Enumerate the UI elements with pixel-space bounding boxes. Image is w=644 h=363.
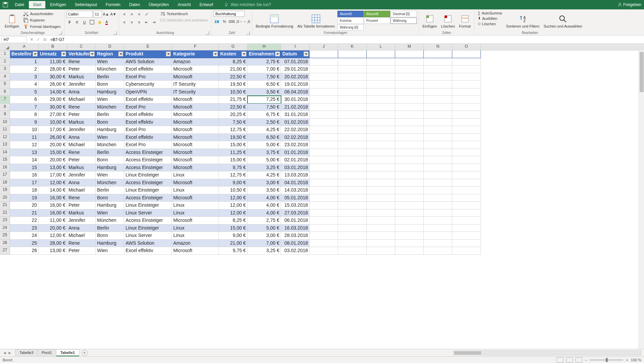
cell[interactable]: Berlin (96, 225, 124, 232)
cell[interactable] (424, 58, 452, 66)
table-header-datum[interactable]: Datum (281, 50, 310, 58)
row-header-12[interactable]: 12 (0, 134, 10, 142)
cell[interactable]: 3,00 € (247, 232, 281, 240)
cell[interactable]: 16 (10, 171, 39, 179)
cell[interactable]: Excel effektiv (124, 119, 172, 126)
row-header-1[interactable]: 1 (0, 50, 10, 58)
cell[interactable] (452, 141, 481, 149)
cell[interactable] (310, 58, 338, 66)
cell[interactable]: Hamburg (96, 202, 124, 209)
cell[interactable] (367, 225, 395, 232)
cell[interactable] (310, 126, 338, 134)
cell[interactable]: Linux Einsteiger (124, 202, 172, 209)
cell[interactable] (367, 240, 395, 247)
cell[interactable]: Berlin (96, 73, 124, 81)
cell[interactable]: 14.03.2018 (281, 187, 310, 194)
cell[interactable]: Access Einsteiger (124, 194, 172, 202)
filter-button[interactable] (275, 51, 280, 56)
cell[interactable]: 4,00 € (247, 194, 281, 202)
cell[interactable] (310, 217, 338, 225)
row-header-11[interactable]: 11 (0, 126, 10, 134)
cell[interactable]: 05.01.2018 (281, 194, 310, 202)
cell[interactable]: Wien (96, 134, 124, 142)
cell[interactable]: München (96, 217, 124, 225)
font-size-select[interactable] (93, 11, 102, 17)
cell[interactable]: 15,00 € (219, 225, 247, 232)
cell[interactable] (452, 202, 481, 209)
column-header-H[interactable]: H (247, 44, 281, 50)
cell[interactable]: Anna (67, 225, 96, 232)
cell[interactable] (395, 187, 424, 194)
cell[interactable] (310, 247, 338, 255)
cell[interactable] (452, 225, 481, 232)
cell[interactable]: 20,00 € (39, 156, 67, 164)
row-header-14[interactable]: 14 (0, 149, 10, 157)
cell[interactable]: 17,00 € (39, 171, 67, 179)
cell[interactable]: 17,00 € (39, 126, 67, 134)
cell[interactable]: Microsoft (172, 73, 219, 81)
style-akzent5[interactable]: Akzent5 (337, 11, 364, 17)
cell[interactable]: Excel Pro (124, 73, 172, 81)
cell[interactable] (338, 179, 367, 187)
insert-function-button[interactable]: fx (42, 36, 48, 43)
cell[interactable]: Wien (96, 96, 124, 104)
cell[interactable] (338, 240, 367, 247)
cell[interactable]: Linux (172, 202, 219, 209)
cell[interactable]: 26,00 € (39, 134, 67, 142)
cell[interactable] (395, 232, 424, 240)
cell[interactable]: 5,00 € (247, 156, 281, 164)
cell[interactable] (310, 232, 338, 240)
cell[interactable] (338, 104, 367, 111)
fill-color-button[interactable] (96, 19, 103, 26)
cell[interactable] (395, 111, 424, 119)
table-header-einnahmen[interactable]: Einnahmen (247, 50, 281, 58)
vertical-scrollbar[interactable] (639, 51, 644, 349)
ribbon-tab-entwurf[interactable]: Entwurf (195, 1, 217, 8)
cell[interactable]: 10,50 € (219, 88, 247, 96)
cell[interactable]: 1 (10, 58, 39, 66)
paste-button[interactable]: Einfügen (3, 11, 20, 31)
cell[interactable] (452, 240, 481, 247)
tell-me-search[interactable]: Was möchten Sie tun? (224, 2, 271, 7)
cell[interactable]: Linux Einsteiger (124, 187, 172, 194)
cell[interactable] (338, 194, 367, 202)
select-all-corner[interactable] (0, 44, 10, 50)
row-header-13[interactable]: 13 (0, 141, 10, 149)
conditional-formatting-button[interactable]: Bedingte Formatierung (254, 11, 294, 31)
cell[interactable]: Linux Einsteiger (124, 225, 172, 232)
formula-input[interactable] (48, 37, 644, 43)
cell[interactable] (395, 171, 424, 179)
cell[interactable]: 15,00 € (219, 156, 247, 164)
row-header-16[interactable]: 16 (0, 164, 10, 172)
cell[interactable]: 01.02.2018 (281, 119, 310, 126)
cell[interactable]: 12,00 € (219, 194, 247, 202)
filter-button[interactable] (33, 51, 38, 56)
cell[interactable] (424, 149, 452, 157)
cell[interactable]: 20.02.2018 (281, 73, 310, 81)
cell[interactable] (395, 119, 424, 126)
cell[interactable]: Microsoft (172, 247, 219, 255)
number-format-select[interactable] (214, 11, 244, 17)
cell[interactable]: Microsoft (172, 111, 219, 119)
cell[interactable]: 21,75 € (219, 96, 247, 104)
cell[interactable]: 02.02.2018 (281, 134, 310, 142)
cell[interactable] (338, 96, 367, 104)
cell[interactable]: 07.01.2018 (281, 58, 310, 66)
save-icon[interactable] (3, 2, 8, 7)
cell[interactable]: 15 (10, 164, 39, 172)
cell[interactable]: 9,00 € (219, 232, 247, 240)
cell[interactable]: Microsoft (172, 179, 219, 187)
cell[interactable]: 25 (10, 240, 39, 247)
cell[interactable] (395, 126, 424, 134)
accounting-format-button[interactable]: 💶 (214, 18, 220, 25)
cell[interactable]: 15.03.2018 (281, 202, 310, 209)
cell[interactable]: Peter (67, 111, 96, 119)
cell[interactable]: 26 (10, 247, 39, 255)
cell-styles-gallery[interactable]: Akzent5 Akzent6 Dezimal [0] Komma Prozen… (337, 11, 417, 31)
cell[interactable]: Bonn (96, 119, 124, 126)
cell[interactable] (338, 81, 367, 88)
cell[interactable]: 03.01.2018 (281, 164, 310, 172)
column-header-B[interactable]: B (39, 44, 67, 50)
cell[interactable]: Excel effektiv (124, 111, 172, 119)
cell[interactable] (395, 225, 424, 232)
